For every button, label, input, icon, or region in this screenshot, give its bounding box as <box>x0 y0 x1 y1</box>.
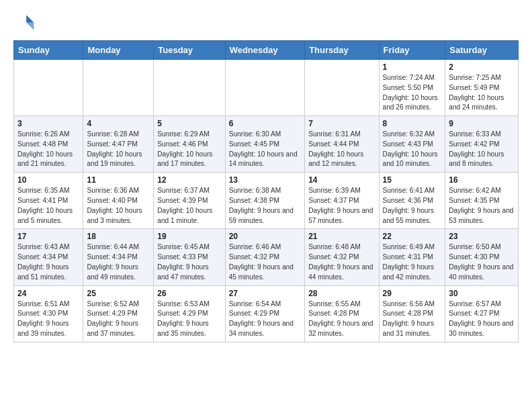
calendar-cell: 25 Sunrise: 6:52 AMSunset: 4:29 PMDaylig… <box>83 285 154 342</box>
day-number: 3 <box>17 119 79 128</box>
day-number: 27 <box>229 289 301 298</box>
day-info: Sunrise: 6:41 AMSunset: 4:36 PMDaylight:… <box>383 186 442 226</box>
day-info: Sunrise: 6:30 AMSunset: 4:45 PMDaylight:… <box>229 130 301 169</box>
calendar-cell: 26 Sunrise: 6:53 AMSunset: 4:29 PMDaylig… <box>154 285 225 342</box>
calendar-cell: 22 Sunrise: 6:49 AMSunset: 4:31 PMDaylig… <box>379 229 445 285</box>
weekday-header-saturday: Saturday <box>445 41 519 60</box>
day-number: 16 <box>449 175 515 185</box>
calendar-cell: 21 Sunrise: 6:48 AMSunset: 4:32 PMDaylig… <box>305 229 379 285</box>
day-number: 15 <box>383 175 442 185</box>
day-number: 8 <box>383 119 442 128</box>
day-info: Sunrise: 6:35 AMSunset: 4:41 PMDaylight:… <box>17 186 79 226</box>
day-number: 10 <box>17 175 79 185</box>
day-number: 6 <box>229 119 301 128</box>
calendar-cell: 15 Sunrise: 6:41 AMSunset: 4:36 PMDaylig… <box>379 173 445 229</box>
weekday-row: SundayMondayTuesdayWednesdayThursdayFrid… <box>14 41 519 60</box>
day-number: 11 <box>87 175 150 185</box>
calendar-cell: 18 Sunrise: 6:44 AMSunset: 4:34 PMDaylig… <box>83 229 154 285</box>
day-info: Sunrise: 6:51 AMSunset: 4:30 PMDaylight:… <box>17 300 79 339</box>
calendar-cell: 1 Sunrise: 7:24 AMSunset: 5:50 PMDayligh… <box>379 60 445 116</box>
calendar-cell: 13 Sunrise: 6:38 AMSunset: 4:38 PMDaylig… <box>225 173 304 229</box>
calendar-cell <box>154 60 225 116</box>
day-info: Sunrise: 7:24 AMSunset: 5:50 PMDaylight:… <box>383 73 442 113</box>
weekday-header-wednesday: Wednesday <box>225 41 304 60</box>
calendar-cell: 5 Sunrise: 6:29 AMSunset: 4:46 PMDayligh… <box>154 116 225 173</box>
day-info: Sunrise: 6:43 AMSunset: 4:34 PMDaylight:… <box>17 242 79 282</box>
day-number: 9 <box>449 119 515 128</box>
day-number: 14 <box>308 175 375 185</box>
calendar-cell: 9 Sunrise: 6:33 AMSunset: 4:42 PMDayligh… <box>445 116 519 173</box>
svg-marker-1 <box>26 23 34 30</box>
day-number: 22 <box>383 232 442 241</box>
day-info: Sunrise: 6:46 AMSunset: 4:32 PMDaylight:… <box>229 242 301 282</box>
calendar-cell <box>225 60 304 116</box>
calendar-cell: 8 Sunrise: 6:32 AMSunset: 4:43 PMDayligh… <box>379 116 445 173</box>
calendar-cell: 16 Sunrise: 6:42 AMSunset: 4:35 PMDaylig… <box>445 173 519 229</box>
day-number: 28 <box>308 289 375 298</box>
day-info: Sunrise: 6:26 AMSunset: 4:48 PMDaylight:… <box>17 130 79 169</box>
day-number: 24 <box>17 289 79 298</box>
day-info: Sunrise: 7:25 AMSunset: 5:49 PMDaylight:… <box>449 73 515 113</box>
calendar-cell: 4 Sunrise: 6:28 AMSunset: 4:47 PMDayligh… <box>83 116 154 173</box>
day-number: 20 <box>229 232 301 241</box>
calendar-cell: 27 Sunrise: 6:54 AMSunset: 4:29 PMDaylig… <box>225 285 304 342</box>
calendar-week-2: 3 Sunrise: 6:26 AMSunset: 4:48 PMDayligh… <box>14 116 519 173</box>
day-number: 4 <box>87 119 150 128</box>
day-number: 7 <box>308 119 375 128</box>
day-info: Sunrise: 6:37 AMSunset: 4:39 PMDaylight:… <box>157 186 221 226</box>
calendar-cell <box>14 60 83 116</box>
calendar: SundayMondayTuesdayWednesdayThursdayFrid… <box>13 40 519 342</box>
day-number: 23 <box>449 232 515 241</box>
weekday-header-monday: Monday <box>83 41 154 60</box>
day-number: 5 <box>157 119 221 128</box>
day-number: 26 <box>157 289 221 298</box>
day-info: Sunrise: 6:31 AMSunset: 4:44 PMDaylight:… <box>308 130 375 169</box>
day-info: Sunrise: 6:56 AMSunset: 4:28 PMDaylight:… <box>383 300 442 339</box>
calendar-cell: 11 Sunrise: 6:36 AMSunset: 4:40 PMDaylig… <box>83 173 154 229</box>
day-info: Sunrise: 6:52 AMSunset: 4:29 PMDaylight:… <box>87 300 150 339</box>
calendar-week-5: 24 Sunrise: 6:51 AMSunset: 4:30 PMDaylig… <box>14 285 519 342</box>
day-number: 25 <box>87 289 150 298</box>
day-number: 13 <box>229 175 301 185</box>
day-info: Sunrise: 6:42 AMSunset: 4:35 PMDaylight:… <box>449 186 515 226</box>
calendar-cell <box>83 60 154 116</box>
calendar-week-3: 10 Sunrise: 6:35 AMSunset: 4:41 PMDaylig… <box>14 173 519 229</box>
day-info: Sunrise: 6:44 AMSunset: 4:34 PMDaylight:… <box>87 242 150 282</box>
calendar-cell: 14 Sunrise: 6:39 AMSunset: 4:37 PMDaylig… <box>305 173 379 229</box>
day-number: 19 <box>157 232 221 241</box>
day-info: Sunrise: 6:33 AMSunset: 4:42 PMDaylight:… <box>449 130 515 169</box>
day-number: 18 <box>87 232 150 241</box>
day-info: Sunrise: 6:39 AMSunset: 4:37 PMDaylight:… <box>308 186 375 226</box>
day-number: 2 <box>449 62 515 72</box>
day-info: Sunrise: 6:32 AMSunset: 4:43 PMDaylight:… <box>383 130 442 169</box>
day-number: 17 <box>17 232 79 241</box>
day-number: 30 <box>449 289 515 298</box>
calendar-cell: 28 Sunrise: 6:55 AMSunset: 4:28 PMDaylig… <box>305 285 379 342</box>
day-number: 21 <box>308 232 375 241</box>
calendar-cell: 6 Sunrise: 6:30 AMSunset: 4:45 PMDayligh… <box>225 116 304 173</box>
day-number: 29 <box>383 289 442 298</box>
calendar-week-1: 1 Sunrise: 7:24 AMSunset: 5:50 PMDayligh… <box>14 60 519 116</box>
calendar-cell: 30 Sunrise: 6:57 AMSunset: 4:27 PMDaylig… <box>445 285 519 342</box>
weekday-header-tuesday: Tuesday <box>154 41 225 60</box>
day-info: Sunrise: 6:28 AMSunset: 4:47 PMDaylight:… <box>87 130 150 169</box>
day-info: Sunrise: 6:54 AMSunset: 4:29 PMDaylight:… <box>229 300 301 339</box>
calendar-cell <box>305 60 379 116</box>
calendar-cell: 19 Sunrise: 6:45 AMSunset: 4:33 PMDaylig… <box>154 229 225 285</box>
calendar-cell: 20 Sunrise: 6:46 AMSunset: 4:32 PMDaylig… <box>225 229 304 285</box>
day-info: Sunrise: 6:55 AMSunset: 4:28 PMDaylight:… <box>308 300 375 339</box>
page: SundayMondayTuesdayWednesdayThursdayFrid… <box>0 0 532 349</box>
calendar-cell: 10 Sunrise: 6:35 AMSunset: 4:41 PMDaylig… <box>14 173 83 229</box>
day-info: Sunrise: 6:53 AMSunset: 4:29 PMDaylight:… <box>157 300 221 339</box>
day-number: 1 <box>383 62 442 72</box>
calendar-cell: 29 Sunrise: 6:56 AMSunset: 4:28 PMDaylig… <box>379 285 445 342</box>
day-info: Sunrise: 6:36 AMSunset: 4:40 PMDaylight:… <box>87 186 150 226</box>
calendar-cell: 2 Sunrise: 7:25 AMSunset: 5:49 PMDayligh… <box>445 60 519 116</box>
calendar-cell: 24 Sunrise: 6:51 AMSunset: 4:30 PMDaylig… <box>14 285 83 342</box>
logo <box>13 11 38 32</box>
day-info: Sunrise: 6:38 AMSunset: 4:38 PMDaylight:… <box>229 186 301 226</box>
day-info: Sunrise: 6:29 AMSunset: 4:46 PMDaylight:… <box>157 130 221 169</box>
day-info: Sunrise: 6:45 AMSunset: 4:33 PMDaylight:… <box>157 242 221 282</box>
calendar-cell: 7 Sunrise: 6:31 AMSunset: 4:44 PMDayligh… <box>305 116 379 173</box>
weekday-header-sunday: Sunday <box>14 41 83 60</box>
